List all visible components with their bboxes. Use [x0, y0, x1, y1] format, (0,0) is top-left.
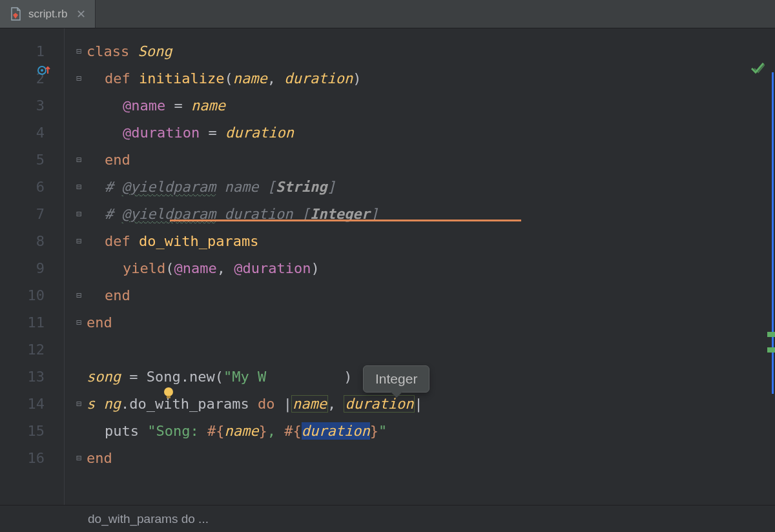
fold-end-icon[interactable]: ⊟: [74, 209, 84, 219]
scrollbar-marker[interactable]: [767, 347, 775, 353]
line-number: 10: [0, 281, 64, 309]
line-number: 11: [0, 309, 64, 336]
code-line: @name = name: [65, 92, 775, 119]
fold-end-icon[interactable]: ⊟: [74, 290, 84, 300]
fold-toggle-icon[interactable]: ⊟: [74, 73, 84, 83]
code-line: ⊟def do_with_params: [65, 227, 775, 254]
line-number: 12: [0, 336, 64, 363]
line-number: 15: [0, 417, 64, 444]
code-line: @duration = duration: [65, 119, 775, 146]
fold-end-icon[interactable]: ⊟: [74, 453, 84, 463]
line-number: 16: [0, 444, 64, 471]
inspection-underline: [170, 220, 521, 221]
code-line: ⊟# @yieldparam name [String]: [65, 173, 775, 200]
fold-end-icon[interactable]: ⊟: [74, 317, 84, 327]
editor[interactable]: 1 2 3 4 5 6 7 8 9 10 11 12 13 14 15 16 ⊟…: [0, 28, 775, 505]
fold-toggle-icon[interactable]: ⊟: [74, 46, 84, 56]
intention-bulb-icon[interactable]: [161, 386, 176, 400]
breadcrumb[interactable]: do_with_params do ...: [0, 505, 775, 532]
line-number: 6: [0, 173, 64, 200]
fold-end-icon[interactable]: ⊟: [74, 154, 84, 165]
line-number: 13: [0, 363, 64, 390]
line-number: 5: [0, 146, 64, 173]
line-number: 3: [0, 92, 64, 119]
file-tab[interactable]: script.rb ✕: [0, 0, 96, 28]
code-line: ⊟# @yieldparam duration [Integer]: [65, 200, 775, 227]
line-number: 2: [0, 65, 64, 92]
tab-filename: script.rb: [28, 8, 67, 21]
line-number: 14: [0, 390, 64, 417]
code-line: ⊟class Song: [65, 37, 775, 65]
inspection-status-icon[interactable]: [750, 61, 765, 78]
line-number: 7: [0, 200, 64, 227]
fold-toggle-icon[interactable]: ⊟: [74, 398, 84, 409]
line-number: 8: [0, 227, 64, 254]
gutter: 1 2 3 4 5 6 7 8 9 10 11 12 13 14 15 16: [0, 28, 65, 505]
code-area[interactable]: ⊟class Song ⊟def initialize(name, durati…: [65, 28, 775, 505]
ruby-file-icon: [9, 7, 22, 21]
tab-bar: script.rb ✕: [0, 0, 775, 28]
type-hint-tooltip: Integer: [363, 365, 429, 393]
tooltip-text: Integer: [375, 371, 417, 386]
scrollbar-marker[interactable]: [767, 332, 775, 337]
line-number: 9: [0, 254, 64, 281]
code-line: yield(@name, @duration): [65, 254, 775, 281]
code-line: ⊟end: [65, 146, 775, 173]
svg-point-1: [41, 69, 43, 72]
close-icon[interactable]: ✕: [74, 7, 86, 21]
code-line: ⊟end: [65, 309, 775, 336]
code-line: [65, 336, 775, 363]
code-line: ⊟end: [65, 444, 775, 471]
code-line: ⊟def initialize(name, duration): [65, 65, 775, 92]
svg-rect-3: [167, 396, 170, 398]
fold-toggle-icon[interactable]: ⊟: [74, 236, 84, 246]
override-gutter-icon[interactable]: [37, 63, 50, 77]
selected-text[interactable]: duration: [302, 422, 370, 440]
code-line: puts "Song: #{name}, #{duration}": [65, 417, 775, 444]
line-number: 1: [0, 37, 64, 65]
breadcrumb-text: do_with_params do ...: [88, 512, 209, 526]
code-line: ⊟end: [65, 281, 775, 309]
fold-toggle-icon[interactable]: ⊟: [74, 181, 84, 192]
scrollbar-change-stripe[interactable]: [772, 72, 774, 394]
line-number: 4: [0, 119, 64, 146]
svg-point-2: [164, 387, 173, 396]
